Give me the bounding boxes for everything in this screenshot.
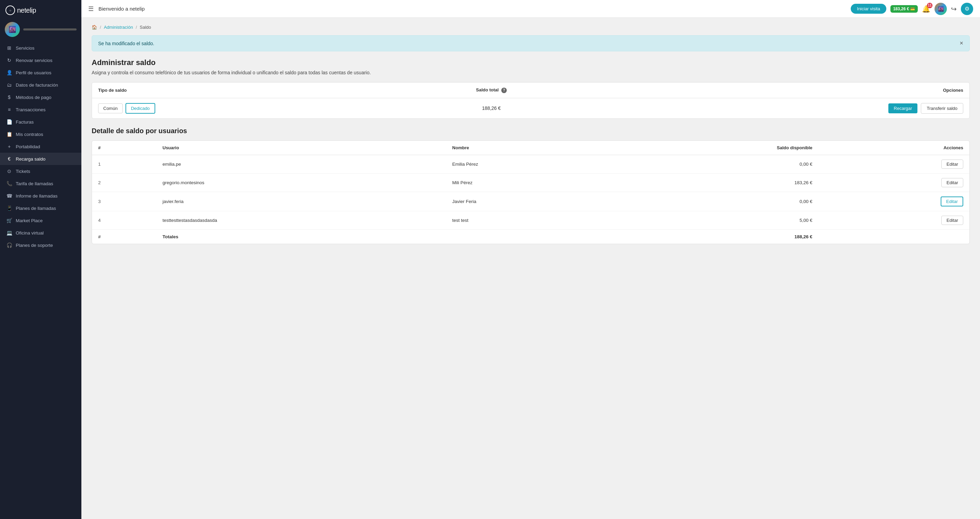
home-icon[interactable]: 🏠	[92, 25, 97, 30]
opciones-cell: Recargar Transferir saldo	[586, 98, 969, 118]
detail-col-nombre: Nombre	[446, 141, 612, 155]
sidebar-item-renovar[interactable]: ↻Renovar servicios	[0, 54, 81, 66]
nav-label-marketplace: Market Place	[16, 218, 43, 223]
sidebar-item-recarga[interactable]: €Recarga saldo	[0, 153, 81, 165]
detail-col-usuario: Usuario	[156, 141, 446, 155]
row-saldo: 183,26 €	[611, 173, 819, 192]
btn-editar[interactable]: Editar	[941, 178, 963, 187]
nav-label-planes-llamadas: Planes de llamadas	[16, 206, 56, 211]
row-acciones: Editar	[819, 211, 969, 229]
alert-banner: Se ha modificado el saldo. ×	[92, 35, 970, 51]
page-title: Administrar saldo	[92, 58, 970, 67]
sidebar-item-informe[interactable]: ☎Informe de llamadas	[0, 190, 81, 202]
nav-icon-portabilidad: +	[6, 144, 12, 149]
nav-icon-tarifa: 📞	[6, 181, 12, 186]
sidebar-header: ○ netelip	[0, 0, 81, 19]
sidebar-item-perfil[interactable]: 👤Perfil de usuarios	[0, 66, 81, 79]
nav-icon-perfil: 👤	[6, 70, 12, 75]
detail-col-saldo: Saldo disponible	[611, 141, 819, 155]
nav-label-renovar: Renovar servicios	[16, 58, 52, 63]
sidebar-item-oficina[interactable]: 💻Oficina virtual	[0, 227, 81, 239]
nav-label-transacciones: Transacciones	[16, 107, 46, 112]
nav-icon-transacciones: ≡	[6, 107, 12, 112]
nav-label-contratos: Mis contratos	[16, 132, 43, 137]
row-saldo: 5,00 €	[611, 211, 819, 229]
sidebar-item-marketplace[interactable]: 🛒Market Place	[0, 214, 81, 227]
sidebar: ○ netelip 🌆 ⊞Servicios↻Renovar servicios…	[0, 0, 81, 519]
balance-badge: 183,26 € 💳	[891, 5, 918, 13]
detail-section-title: Detalle de saldo por usuarios	[92, 127, 970, 135]
nav-label-servicios: Servicios	[16, 46, 35, 51]
breadcrumb-sep1: /	[100, 25, 101, 30]
alert-message: Se ha modificado el saldo.	[98, 41, 154, 46]
nav-icon-renovar: ↻	[6, 57, 12, 63]
sidebar-item-servicios[interactable]: ⊞Servicios	[0, 42, 81, 54]
breadcrumb: 🏠 / Administración / Saldo	[92, 25, 970, 30]
row-nombre: Javier Feria	[446, 192, 612, 211]
nav-icon-oficina: 💻	[6, 230, 12, 236]
row-usuario: testtesttestasdasdasdasda	[156, 211, 446, 229]
sidebar-item-facturas[interactable]: 📄Facturas	[0, 116, 81, 128]
sidebar-item-contratos[interactable]: 📋Mis contratos	[0, 128, 81, 141]
detail-col-num: #	[92, 141, 156, 155]
alert-close-button[interactable]: ×	[959, 40, 963, 47]
btn-editar[interactable]: Editar	[941, 216, 963, 225]
nav-label-perfil: Perfil de usuarios	[16, 70, 51, 75]
settings-button[interactable]: ⚙	[961, 3, 973, 15]
sidebar-item-planes-llamadas[interactable]: 📱Planes de llamadas	[0, 202, 81, 214]
sidebar-item-metodos-pago[interactable]: $Métodos de pago	[0, 91, 81, 104]
btn-dedicado[interactable]: Dedicado	[126, 103, 155, 113]
sidebar-item-tickets[interactable]: ⊙Tickets	[0, 165, 81, 177]
balance-row: Común Dedicado 188,26 € Recargar Transfe…	[92, 98, 969, 118]
row-nombre: Mili Pérez	[446, 173, 612, 192]
credit-card-icon: 💳	[910, 7, 915, 11]
breadcrumb-admin-link[interactable]: Administración	[104, 25, 133, 30]
iniciar-visita-button[interactable]: Iniciar visita	[851, 4, 886, 14]
saldo-total-value: 188,26 €	[397, 98, 586, 118]
btn-comun[interactable]: Común	[98, 104, 123, 113]
nav-icon-contratos: 📋	[6, 131, 12, 137]
topbar: ☰ Bienvenido a netelip Iniciar visita 18…	[81, 0, 980, 18]
row-num: 2	[92, 173, 156, 192]
table-row: 3 javier.feria Javier Feria 0,00 € Edita…	[92, 192, 969, 211]
user-bar	[23, 29, 76, 30]
footer-saldo: 188,26 €	[611, 229, 819, 244]
btn-editar[interactable]: Editar	[941, 196, 963, 206]
row-nombre: test test	[446, 211, 612, 229]
row-nombre: Emilia Pérez	[446, 155, 612, 173]
nav-label-metodos-pago: Métodos de pago	[16, 95, 51, 100]
detail-table: # Usuario Nombre Saldo disponible Accion…	[92, 141, 969, 244]
btn-editar[interactable]: Editar	[941, 160, 963, 169]
menu-icon[interactable]: ☰	[88, 5, 94, 13]
btn-transferir[interactable]: Transferir saldo	[921, 103, 963, 113]
detail-footer-row: # Totales 188,26 €	[92, 229, 969, 244]
content-area: 🏠 / Administración / Saldo Se ha modific…	[81, 18, 980, 519]
sidebar-item-portabilidad[interactable]: +Portabilidad	[0, 141, 81, 153]
topbar-title: Bienvenido a netelip	[99, 6, 846, 12]
sidebar-item-transacciones[interactable]: ≡Transacciones	[0, 104, 81, 116]
row-num: 4	[92, 211, 156, 229]
logout-icon[interactable]: ↪	[951, 5, 957, 13]
btn-recargar[interactable]: Recargar	[888, 104, 918, 113]
info-icon[interactable]: ?	[501, 88, 507, 93]
sidebar-user: 🌆	[0, 19, 81, 42]
sidebar-item-tarifa[interactable]: 📞Tarifa de llamadas	[0, 177, 81, 190]
main-content: ☰ Bienvenido a netelip Iniciar visita 18…	[81, 0, 980, 519]
nav-label-recarga: Recarga saldo	[16, 156, 46, 161]
notifications-badge[interactable]: 🔔 11	[922, 5, 931, 13]
logo-icon: ○	[5, 5, 15, 15]
sidebar-item-soporte[interactable]: 🎧Planes de soporte	[0, 239, 81, 251]
nav-label-portabilidad: Portabilidad	[16, 144, 40, 149]
user-avatar-top[interactable]: 🌆	[934, 3, 947, 15]
balance-card: Tipo de saldo Saldo total ? Opciones Com…	[92, 82, 970, 119]
col-opciones-header: Opciones	[586, 83, 969, 98]
nav-icon-facturacion: 🗂	[6, 82, 12, 88]
nav-label-tarifa: Tarifa de llamadas	[16, 181, 53, 186]
sidebar-item-facturacion[interactable]: 🗂Datos de facturación	[0, 79, 81, 91]
nav-label-informe: Informe de llamadas	[16, 193, 57, 198]
nav-label-facturas: Facturas	[16, 120, 34, 125]
nav-icon-tickets: ⊙	[6, 168, 12, 174]
avatar[interactable]: 🌆	[5, 22, 20, 37]
row-num: 3	[92, 192, 156, 211]
nav-icon-planes-llamadas: 📱	[6, 205, 12, 211]
